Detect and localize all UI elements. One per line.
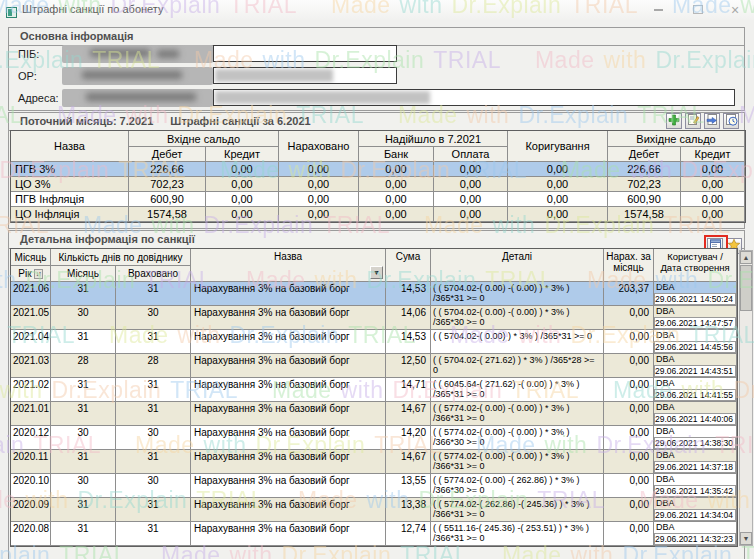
close-button[interactable]: × (722, 1, 748, 18)
cell-detail[interactable]: ( ( 5774.02-( 0.00) -( 0.00) ) * 3% ) /3… (431, 402, 604, 426)
cell-days-month[interactable]: 31 (51, 402, 116, 426)
cell-days-counted[interactable]: 31 (116, 402, 191, 426)
cell-monthly[interactable]: 203,37 (604, 282, 654, 306)
cell-detail[interactable]: ( ( 5511.16-( 245.36) -( 253.51) ) * 3% … (431, 522, 604, 546)
cell-name[interactable]: Нарахування 3% на базовий борг (191, 450, 386, 474)
cell-detail[interactable]: ( ( 5704.02-( 0.00) -( 0.00) ) * 3% ) /3… (431, 306, 604, 330)
cell-detail[interactable]: ( ( 5704.02-( 0.00) -( 0.00) ) * 3% ) /3… (431, 282, 604, 306)
cell-sum[interactable]: 14,53 (386, 330, 431, 354)
cell-days-month[interactable]: 28 (51, 354, 116, 378)
cell-user[interactable]: DBA29.06.2021 14:35:42 (654, 474, 737, 498)
cell-name[interactable]: Нарахування 3% на базовий борг (191, 354, 386, 378)
cell-days-counted[interactable]: 31 (116, 450, 191, 474)
cell-monthly[interactable]: 0,00 (604, 522, 654, 546)
cell-user[interactable]: DBA29.06.2021 14:41:55 (654, 378, 737, 402)
cell-sum[interactable]: 13,55 (386, 474, 431, 498)
cell-name[interactable]: Нарахування 3% на базовий борг (191, 522, 386, 546)
column-header-name[interactable]: Назва ▼ (191, 249, 386, 282)
cell-days-month[interactable]: 31 (51, 450, 116, 474)
cell-detail[interactable]: ( ( 5774.02-( 0.00) -( 0.00) ) * 3% ) /3… (431, 426, 604, 450)
cell-monthly[interactable]: 0,00 (604, 498, 654, 522)
cell-value[interactable]: 1574,58 (608, 207, 681, 222)
maximize-button[interactable] (685, 1, 711, 18)
column-header-days-month[interactable]: Місяць (51, 266, 116, 282)
cell-name[interactable]: ПГВ 3% (11, 162, 129, 177)
cell-days-month[interactable]: 31 (51, 498, 116, 522)
cell-value[interactable]: 0,00 (359, 177, 434, 192)
cell-days-counted[interactable]: 30 (116, 474, 191, 498)
scrollbar-down-button[interactable]: ▼ (740, 532, 752, 545)
cell-value[interactable]: 0,00 (206, 162, 279, 177)
cell-days-month[interactable]: 30 (51, 426, 116, 450)
cell-value[interactable]: 702,23 (608, 177, 681, 192)
cell-name[interactable]: Нарахування 3% на базовий борг (191, 402, 386, 426)
cell-monthly[interactable]: 0,00 (604, 378, 654, 402)
cell-period[interactable]: 2021.02 (11, 378, 51, 402)
cell-value[interactable]: 1574,58 (129, 207, 206, 222)
cell-name[interactable]: ЦО Інфляція (11, 207, 129, 222)
cell-days-counted[interactable]: 30 (116, 306, 191, 330)
cell-value[interactable]: 0,00 (359, 162, 434, 177)
cell-value[interactable]: 0,00 (434, 192, 508, 207)
column-header-sum[interactable]: Сума (386, 249, 431, 282)
cell-value[interactable]: 600,90 (608, 192, 681, 207)
cell-user[interactable]: DBA29.06.2021 14:40:06 (654, 402, 737, 426)
cell-user[interactable]: DBA29.06.2021 14:32:23 (654, 522, 737, 546)
cell-name[interactable]: ПГВ Інфляція (11, 192, 129, 207)
cell-period[interactable]: 2021.05 (11, 306, 51, 330)
scrollbar-up-button[interactable]: ▲ (740, 251, 752, 264)
cell-monthly[interactable]: 0,00 (604, 474, 654, 498)
cell-sum[interactable]: 14,20 (386, 426, 431, 450)
cell-user[interactable]: DBA29.06.2021 14:38:30 (654, 426, 737, 450)
cell-name[interactable]: Нарахування 3% на базовий борг (191, 378, 386, 402)
cell-period[interactable]: 2020.12 (11, 426, 51, 450)
export-button[interactable] (704, 113, 720, 129)
cell-user[interactable]: DBA29.06.2021 14:50:24 (654, 282, 737, 306)
cell-sum[interactable]: 14,53 (386, 282, 431, 306)
cell-period[interactable]: 2021.01 (11, 402, 51, 426)
cell-value[interactable]: 0,00 (359, 207, 434, 222)
column-header-details[interactable]: Деталі (431, 249, 604, 282)
cell-value[interactable]: 0,00 (508, 162, 608, 177)
cell-value[interactable]: 0,00 (508, 177, 608, 192)
edit-button[interactable] (685, 113, 701, 129)
cell-detail[interactable]: ( ( 5774.02-( 0.00) -( 262.86) ) * 3% ) … (431, 474, 604, 498)
cell-days-counted[interactable]: 31 (116, 498, 191, 522)
cell-value[interactable]: 0,00 (279, 207, 359, 222)
vertical-scrollbar[interactable]: ▲ ▼ (739, 250, 753, 546)
cell-detail[interactable]: ( ( 6045.64-( 271.62) -( 0.00) ) * 3% ) … (431, 378, 604, 402)
cell-value[interactable]: 702,23 (129, 177, 206, 192)
cell-detail[interactable]: ( ( 5704.02-( 0.00) ) * 3% ) /365*31 >= … (431, 330, 604, 354)
cell-name[interactable]: Нарахування 3% на базовий борг (191, 426, 386, 450)
cell-sum[interactable]: 14,67 (386, 402, 431, 426)
cell-value[interactable]: 0,00 (206, 192, 279, 207)
sort-icon[interactable]: ↓↑ (34, 269, 43, 279)
address-input[interactable] (213, 89, 735, 106)
cell-monthly[interactable]: 0,00 (604, 306, 654, 330)
column-header-days-group[interactable]: Кількість днів по довіднику (51, 249, 191, 266)
cell-user[interactable]: DBA29.06.2021 14:43:51 (654, 354, 737, 378)
cell-days-month[interactable]: 31 (51, 330, 116, 354)
cell-period[interactable]: 2020.10 (11, 474, 51, 498)
cell-value[interactable]: 226,66 (129, 162, 206, 177)
cell-monthly[interactable]: 0,00 (604, 330, 654, 354)
cell-value[interactable]: 0,00 (681, 207, 745, 222)
column-header-monthly[interactable]: Нарах. за місяць (604, 249, 654, 282)
column-header-user[interactable]: Користувач / Дата створення (654, 249, 737, 282)
cell-days-counted[interactable]: 31 (116, 522, 191, 546)
cell-sum[interactable]: 12,74 (386, 522, 431, 546)
minimize-button[interactable] (645, 1, 671, 18)
cell-monthly[interactable]: 0,00 (604, 426, 654, 450)
cell-user[interactable]: DBA29.06.2021 14:45:56 (654, 330, 737, 354)
cell-name[interactable]: Нарахування 3% на базовий борг (191, 498, 386, 522)
cell-detail[interactable]: ( ( 5704.02-( 271.62) ) * 3% ) /365*28 >… (431, 354, 604, 378)
cell-name[interactable]: Нарахування 3% на базовий борг (191, 306, 386, 330)
add-button[interactable] (666, 113, 682, 129)
cell-value[interactable]: 0,00 (434, 177, 508, 192)
cell-value[interactable]: 0,00 (206, 207, 279, 222)
chevron-down-icon[interactable]: ▼ (370, 266, 383, 279)
cell-period[interactable]: 2020.09 (11, 498, 51, 522)
cell-period[interactable]: 2021.06 (11, 282, 51, 306)
cell-value[interactable]: 0,00 (681, 177, 745, 192)
cell-value[interactable]: 0,00 (508, 207, 608, 222)
